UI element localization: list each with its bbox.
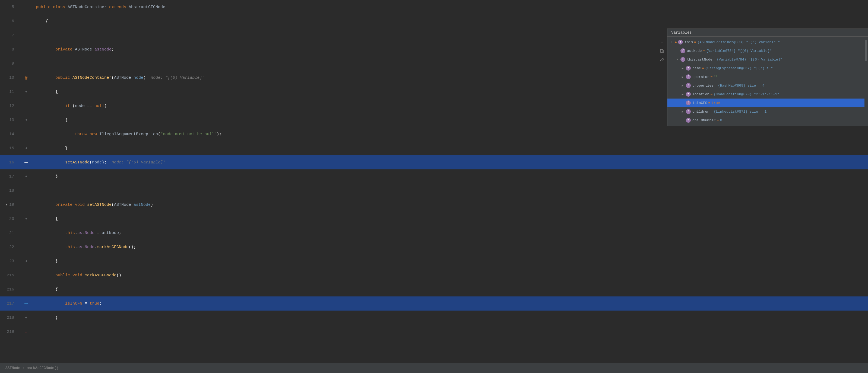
code-line-217: 217 → isInCFG = true; — [0, 297, 868, 311]
gutter-217: → — [19, 301, 33, 307]
breadcrumb-item-method[interactable]: markAsCFGNode() — [27, 366, 58, 370]
expand-this-astnode[interactable]: ▼ — [675, 57, 679, 62]
fold-13[interactable]: ◄ — [25, 118, 27, 122]
fold-11[interactable]: ◄ — [25, 90, 27, 94]
var-row-name[interactable]: ▶ f name = {StringExpression@867} "[(7) … — [668, 64, 868, 72]
line-number-217: 217 — [0, 301, 19, 306]
gutter-15: ◄ — [19, 146, 33, 150]
expand-astnode[interactable] — [675, 49, 679, 53]
var-row-children[interactable]: ▶ f children = {LinkedList@871} size = 1 — [668, 107, 868, 116]
line-number-219: 219 — [0, 330, 19, 334]
field-icon-properties: f — [686, 83, 691, 88]
line-number-7: 7 — [0, 33, 19, 38]
var-val-properties: {HashMap@869} size = 4 — [718, 84, 765, 88]
variables-scrollbar-thumb[interactable] — [865, 40, 867, 61]
code-line-219: 219 ↓ — [0, 325, 868, 339]
code-line-16: 16 → setASTNode(node); node: "[(6) Varia… — [0, 155, 868, 169]
line-number-13: 13 — [0, 118, 19, 122]
var-name-isincfg: isInCFG — [692, 101, 707, 105]
code-editor: 5 public class ASTNodeContainer extends … — [0, 0, 868, 363]
expand-isincfg — [680, 101, 685, 105]
fold-20[interactable]: ◄ — [25, 217, 27, 221]
var-name-astnode: astNode — [687, 49, 702, 53]
line-number-15: 15 — [0, 146, 19, 151]
panel-icon-plus[interactable]: + — [658, 38, 666, 46]
breadcrumb-bar: ASTNode › markAsCFGNode() — [0, 363, 868, 373]
var-eq-isincfg: = — [708, 101, 711, 105]
line-number-11: 11 — [0, 90, 19, 94]
expand-name[interactable]: ▶ — [680, 66, 685, 70]
code-line-23: 23 ◄ } — [0, 254, 868, 268]
var-eq-this: = — [694, 40, 696, 44]
expand-children[interactable]: ▶ — [680, 110, 685, 114]
code-content-23: } — [33, 259, 868, 263]
breadcrumb-item-astnode[interactable]: ASTNode — [5, 366, 20, 370]
arrow-down-219: ↓ — [24, 329, 28, 335]
var-row-this-astnode[interactable]: ▼ f this.astNode = {Variable@784} "[(6) … — [668, 55, 868, 64]
var-eq-this-astnode: = — [714, 58, 716, 62]
gutter-16: → — [19, 159, 33, 165]
line-number-12: 12 — [0, 104, 19, 108]
expand-properties[interactable]: ▶ — [680, 83, 685, 88]
at-marker-10: @ — [25, 75, 27, 80]
line-number-17: 17 — [0, 174, 19, 179]
line-number-16: 16 — [0, 160, 19, 165]
var-val-children: {LinkedList@871} size = 1 — [714, 110, 767, 114]
panel-sidebar-icons: + — [658, 38, 666, 64]
var-name-operator: operator — [692, 75, 709, 79]
fold-17[interactable]: ◄ — [25, 175, 27, 178]
fold-15[interactable]: ◄ — [25, 146, 27, 150]
code-content-216: { — [33, 287, 868, 292]
line-number-23: 23 — [0, 259, 19, 263]
code-content-22: this.astNode.markAsCFGNode(); — [33, 245, 868, 249]
var-row-location[interactable]: ▶ f location = {CodeLocation@870} "2:-1:… — [668, 90, 868, 98]
expand-arrow-this[interactable]: ▶ — [675, 40, 677, 44]
var-row-childnumber[interactable]: f childNumber = 0 — [668, 116, 868, 125]
var-eq-operator: = — [710, 75, 712, 79]
var-eq-astnode: = — [703, 49, 705, 53]
var-name-name: name — [692, 66, 701, 70]
line-number-21: 21 — [0, 231, 19, 236]
fold-218[interactable]: ◄ — [25, 316, 27, 319]
var-val-operator: "" — [714, 75, 718, 79]
gutter-11: ◄ — [19, 90, 33, 94]
var-row-astnode[interactable]: f astNode = {Variable@784} "[(6) Variabl… — [668, 46, 868, 55]
code-content-5: public class ASTNodeContainer extends Ab… — [33, 5, 868, 9]
gutter-23: ◄ — [19, 259, 33, 263]
var-row-properties[interactable]: ▶ f properties = {HashMap@869} size = 4 — [668, 81, 868, 90]
code-line-15: 15 ◄ } — [0, 141, 868, 155]
panel-icon-copy[interactable] — [658, 47, 666, 55]
var-val-this: {ASTNodeContainer@893} "[(6) Variable]" — [697, 40, 780, 44]
expand-location[interactable]: ▶ — [680, 92, 685, 96]
code-content-16: setASTNode(node); node: "[(6) Variable]" — [33, 160, 868, 165]
code-content-215: public void markAsCFGNode() — [33, 273, 868, 278]
gutter-13: ◄ — [19, 118, 33, 122]
var-row-isincfg[interactable]: f isInCFG = true — [668, 98, 868, 107]
var-row-this[interactable]: + ▶ f this = {ASTNodeContainer@893} "[(6… — [668, 38, 868, 46]
var-name-properties: properties — [692, 84, 714, 88]
expand-operator[interactable]: ▶ — [680, 75, 685, 79]
gutter-218: ◄ — [19, 316, 33, 319]
panel-icon-link[interactable] — [658, 56, 666, 64]
line-number-20: 20 — [0, 217, 19, 221]
fold-23[interactable]: ◄ — [25, 259, 27, 263]
breadcrumb-sep: › — [23, 366, 25, 370]
variables-scrollbar[interactable] — [865, 38, 868, 126]
code-line-22: 22 this.astNode.markAsCFGNode(); — [0, 240, 868, 254]
line-number-22: 22 — [0, 245, 19, 249]
line-number-10: 10 — [0, 75, 19, 80]
field-icon-this-astnode: f — [680, 57, 685, 62]
expand-this[interactable]: + — [670, 40, 674, 44]
code-content-15: } — [33, 146, 868, 151]
var-eq-children: = — [710, 110, 712, 114]
field-icon-location: f — [686, 92, 691, 97]
arrow-right-16: → — [24, 159, 28, 165]
code-content-217: isInCFG = true; — [33, 301, 868, 306]
field-icon-astnode: f — [680, 48, 685, 53]
line-number-218: 218 — [0, 315, 19, 320]
code-line-218: 218 ◄ } — [0, 311, 868, 325]
variables-title: Variables — [671, 30, 692, 35]
var-row-operator[interactable]: ▶ f operator = "" — [668, 72, 868, 81]
var-name-children: children — [692, 110, 709, 114]
field-icon-name: f — [686, 66, 691, 70]
